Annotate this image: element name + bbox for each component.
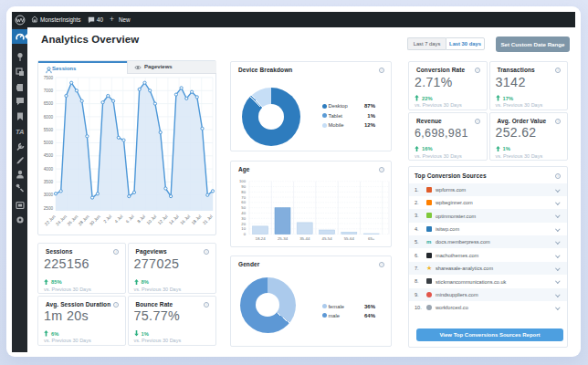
svg-text:90: 90	[241, 184, 246, 189]
svg-text:12 Jul: 12 Jul	[157, 214, 169, 226]
svg-text:10 Jul: 10 Jul	[146, 214, 158, 226]
svg-text:20: 20	[241, 222, 246, 226]
svg-text:7500: 7500	[44, 76, 54, 80]
svg-text:80: 80	[241, 190, 246, 194]
svg-text:4 Jul: 4 Jul	[114, 214, 124, 224]
svg-text:30 Jun: 30 Jun	[89, 214, 101, 226]
svg-text:6000: 6000	[44, 115, 54, 120]
svg-text:2500: 2500	[44, 206, 54, 211]
svg-text:6 Jul: 6 Jul	[125, 214, 135, 224]
svg-text:28 Jun: 28 Jun	[78, 214, 90, 226]
svg-text:65+: 65+	[368, 236, 375, 241]
svg-text:22 Jun: 22 Jun	[44, 214, 57, 226]
svg-text:2 Jul: 2 Jul	[102, 214, 112, 224]
svg-text:55-64: 55-64	[344, 236, 355, 241]
svg-text:70: 70	[241, 195, 246, 200]
svg-text:0: 0	[244, 232, 247, 236]
svg-text:3500: 3500	[44, 180, 54, 184]
svg-text:21 Jul: 21 Jul	[202, 214, 214, 226]
svg-text:16 Jul: 16 Jul	[180, 214, 192, 226]
svg-text:4500: 4500	[44, 153, 54, 158]
svg-text:6500: 6500	[44, 101, 54, 106]
svg-text:45-54: 45-54	[321, 236, 332, 241]
svg-text:7000: 7000	[44, 89, 54, 93]
svg-text:35-44: 35-44	[299, 236, 310, 241]
svg-text:60: 60	[241, 200, 246, 204]
svg-text:3000: 3000	[44, 193, 54, 197]
svg-text:50: 50	[241, 205, 246, 210]
svg-text:14 Jul: 14 Jul	[168, 214, 180, 226]
svg-text:26 Jun: 26 Jun	[67, 214, 79, 226]
svg-text:100: 100	[239, 179, 247, 183]
svg-text:5000: 5000	[44, 141, 54, 145]
svg-text:18-24: 18-24	[255, 236, 266, 241]
svg-text:25-34: 25-34	[278, 236, 289, 241]
svg-text:24 Jun: 24 Jun	[55, 214, 68, 226]
svg-text:10: 10	[241, 226, 246, 231]
svg-text:18 Jul: 18 Jul	[191, 214, 203, 226]
svg-text:4000: 4000	[44, 167, 54, 172]
svg-text:40: 40	[241, 211, 246, 215]
svg-text:5500: 5500	[44, 128, 54, 132]
svg-text:30: 30	[241, 216, 246, 221]
